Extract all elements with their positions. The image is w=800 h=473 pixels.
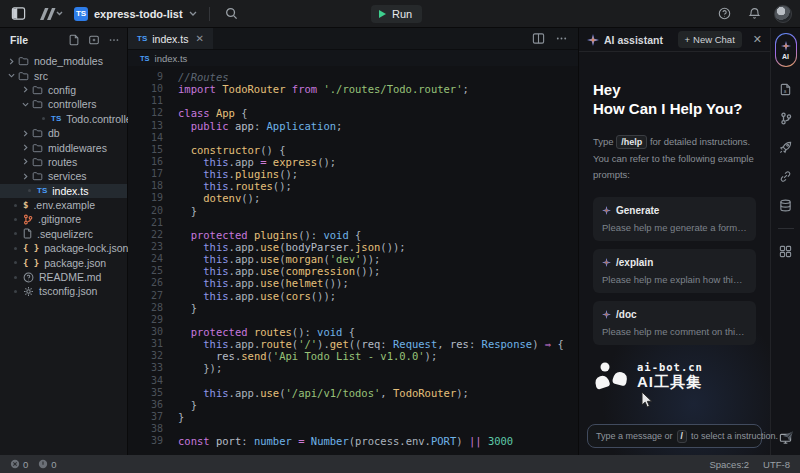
warnings-indicator[interactable]: 0 [38,459,56,470]
code-line-39: 39const port: number = Number(process.en… [128,435,578,447]
prompt-description: Please help me comment on this code. [602,326,747,337]
chevron-right-icon[interactable] [22,86,32,93]
tree-item-todo-controller-ts[interactable]: TSTodo.controller.ts [0,112,127,126]
tab-close-icon[interactable]: ✕ [195,33,203,44]
tree-item-src[interactable]: src [0,68,127,82]
line-number: 17 [128,168,163,180]
user-avatar[interactable] [774,5,792,23]
search-icon[interactable] [222,4,242,24]
code-line-11: 11 [128,95,578,107]
line-number: 13 [128,120,163,132]
sparkle-icon [781,41,791,51]
chevron-right-icon[interactable] [22,173,32,180]
tree-item-package-json[interactable]: { }package.json [0,255,127,269]
code-line-32: 32 res.send('Api Todo List - v1.0.0'); [128,350,578,362]
indentation-setting[interactable]: Spaces:2 [709,459,749,470]
tree-item--env-example[interactable]: $.env.example [0,198,127,212]
chevron-right-icon[interactable] [22,158,32,165]
new-chat-button[interactable]: + New Chat [678,31,742,48]
tree-item-routes[interactable]: routes [0,155,127,169]
send-icon[interactable] [782,430,794,442]
ide-window: TS express-todo-list Run [0,0,800,473]
line-number: 25 [128,265,163,277]
file-dot [14,261,17,264]
notifications-bell-icon[interactable] [744,4,764,24]
example-prompts: GeneratePlease help me generate a form c… [593,197,756,345]
sparkle-icon [602,206,611,215]
assistant-title: AI assistant [604,34,663,46]
tree-item-node-modules[interactable]: node_modules [0,54,127,68]
ts-file-icon: TS [137,34,147,43]
prompt-card-explain[interactable]: /explainPlease help me explain how this … [593,249,756,293]
new-folder-icon[interactable] [87,33,101,47]
apps-grid-icon[interactable] [779,245,792,258]
tree-item-label: README.md [39,271,101,283]
tree-item-label: services [48,170,87,182]
new-file-icon[interactable] [67,33,81,47]
help-icon[interactable] [714,4,734,24]
tree-item-package-lock-json[interactable]: { }package-lock.json [0,241,127,255]
prompt-description: Please help me generate a form code. [602,222,747,233]
encoding-setting[interactable]: UTF-8 [763,459,790,470]
editor-more-icon[interactable] [555,32,568,45]
chevron-down-icon[interactable] [8,72,18,79]
line-number: 34 [128,375,163,387]
tree-item-label: package.json [44,257,106,269]
share-link-icon[interactable] [779,170,792,183]
code-line-15: 15 constructor() { [128,144,578,156]
project-switcher[interactable]: TS express-todo-list [74,7,197,21]
chevron-down-icon[interactable] [22,101,32,108]
line-number: 21 [128,217,163,229]
docs-icon[interactable]: a [779,83,792,96]
tree-item--gitignore[interactable]: .gitignore [0,212,127,226]
tree-item-services[interactable]: services [0,169,127,183]
chat-input[interactable]: Type a message or / to select a instruct… [587,424,762,448]
split-editor-icon[interactable] [532,32,545,45]
chevron-right-icon[interactable] [8,58,18,65]
tree-item-readme-md[interactable]: README.md [0,270,127,284]
git-branch-icon[interactable] [780,112,792,125]
sidebar-toggle-icon[interactable] [8,4,28,24]
slash-keycap: / [677,430,687,443]
database-icon[interactable] [779,199,792,212]
run-button[interactable]: Run [371,5,422,23]
error-icon [10,459,20,469]
tree-item-middlewares[interactable]: middlewares [0,140,127,154]
tree-item-controllers[interactable]: controllers [0,97,127,111]
line-number: 27 [128,290,163,302]
line-number: 26 [128,277,163,289]
tree-item-tsconfig-json[interactable]: tsconfig.json [0,284,127,298]
line-number: 22 [128,229,163,241]
new-chat-label: New Chat [693,34,735,45]
ai-panel-toggle[interactable]: AI [775,33,797,67]
more-icon[interactable] [107,33,121,47]
line-number: 9 [128,71,163,83]
chevron-right-icon[interactable] [22,144,32,151]
tree-item-config[interactable]: config [0,83,127,97]
errors-indicator[interactable]: 0 [10,459,28,470]
file-dot [14,204,17,207]
app-logo[interactable] [36,4,66,24]
code-editor[interactable]: 9//Routes10import TodoRouter from './rou… [128,66,578,455]
tree-item-db[interactable]: db [0,126,127,140]
tree-item-index-ts[interactable]: TSindex.ts [0,184,127,198]
chevron-right-icon[interactable] [22,130,32,137]
tab-index-ts[interactable]: TS index.ts ✕ [128,28,213,49]
prompt-card-generate[interactable]: GeneratePlease help me generate a form c… [593,197,756,241]
sparkle-icon [602,258,611,267]
deploy-rocket-icon[interactable] [779,141,792,154]
prompt-card-doc[interactable]: /docPlease help me comment on this code. [593,301,756,345]
watermark-title: AI工具集 [637,373,703,392]
breadcrumb[interactable]: TS index.ts [128,50,578,66]
tree-item--sequelizerc[interactable]: .sequelizerc [0,227,127,241]
line-number: 15 [128,144,163,156]
close-panel-icon[interactable]: ✕ [753,33,762,46]
code-line-12: 12class App { [128,107,578,119]
code-line-25: 25 this.app.use(compression()); [128,265,578,277]
prompt-title: /explain [616,257,653,268]
editor-pane: TS index.ts ✕ TS index.ts 9//Routes10imp [128,28,578,455]
code-line-28: 28 } [128,302,578,314]
tree-item-label: tsconfig.json [39,285,97,297]
ts-badge-icon: TS [74,7,88,21]
code-line-33: 33 }); [128,362,578,374]
